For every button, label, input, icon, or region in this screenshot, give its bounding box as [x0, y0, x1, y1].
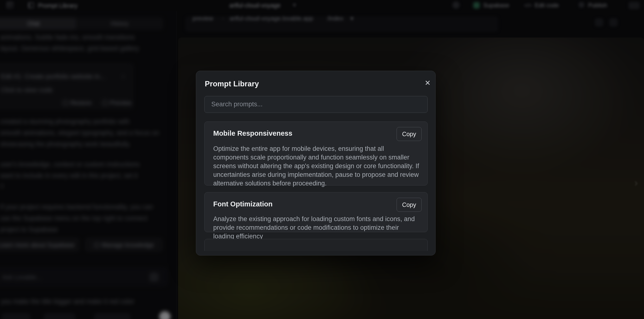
prompt-title: Mobile Responsiveness: [213, 130, 292, 137]
search-placeholder: Search prompts...: [211, 100, 262, 108]
copy-button[interactable]: Copy: [396, 198, 422, 212]
prompt-card: Mobile Responsiveness Copy Optimize the …: [204, 122, 428, 186]
modal-title: Prompt Library: [205, 80, 259, 88]
copy-button[interactable]: Copy: [396, 127, 422, 141]
app-window: Prompt Library artful-cloud-voyage ▾ Sup…: [0, 0, 644, 319]
prompt-body: Optimize the entire app for mobile devic…: [213, 144, 420, 188]
prompt-card-partial: [204, 239, 428, 251]
close-icon[interactable]: ✕: [423, 78, 432, 88]
prompt-card: Font Optimization Copy Analyze the exist…: [204, 192, 428, 232]
prompt-list[interactable]: Mobile Responsiveness Copy Optimize the …: [204, 122, 428, 251]
search-input[interactable]: Search prompts...: [204, 96, 428, 113]
prompt-title: Font Optimization: [213, 200, 272, 208]
prompt-body: Analyze the existing approach for loadin…: [213, 214, 420, 240]
prompt-library-modal: Prompt Library ✕ Search prompts... Mobil…: [196, 71, 436, 256]
